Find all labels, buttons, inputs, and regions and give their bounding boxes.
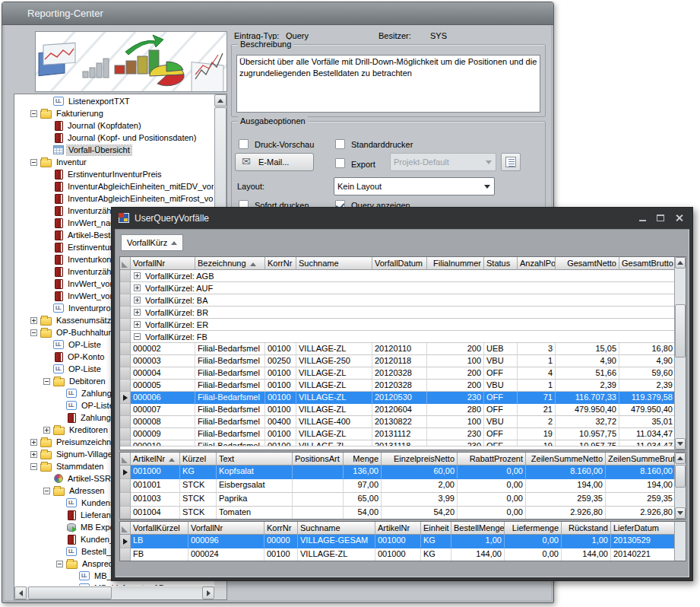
table-row[interactable]: 000002Filial-Bedarfsmel00100VILLAGE-ZL20… xyxy=(120,343,674,355)
grid-cell[interactable]: Filial-Bedarfsmel xyxy=(195,392,265,404)
grid-cell[interactable]: OFF xyxy=(484,367,518,380)
grid-cell[interactable] xyxy=(293,479,344,493)
grid-cell[interactable]: 19 xyxy=(518,440,556,447)
table-row[interactable]: 000007Filial-Bedarfsmel00100VILLAGE-ZL20… xyxy=(120,404,674,416)
grid-cell[interactable]: 00100 xyxy=(265,428,296,440)
layout-select[interactable]: Kein Layout xyxy=(334,177,495,195)
grid-cell[interactable]: 20130529 xyxy=(611,535,674,548)
grid-cell[interactable] xyxy=(293,466,344,479)
grid-cell[interactable]: Filial-Bedarfsmel xyxy=(195,380,265,392)
column-header[interactable]: Kürzel xyxy=(180,453,217,466)
grid-cell[interactable]: 000009 xyxy=(131,428,195,440)
tree-horizontal-scrollbar[interactable] xyxy=(14,586,214,599)
scroll-left-button[interactable] xyxy=(14,586,27,599)
grid-cell[interactable]: VBU xyxy=(484,416,518,428)
tree-item[interactable]: ListenexportTXT xyxy=(15,95,214,107)
grid-cell[interactable]: 200 xyxy=(427,343,484,355)
tree-expand-icon[interactable] xyxy=(30,451,37,458)
table-row[interactable]: 000003Filial-Bedarfsmel00250VILLAGE-2502… xyxy=(120,355,674,367)
grid-cell[interactable]: 479.950,40 xyxy=(556,404,619,416)
column-header[interactable]: ZeilenSummeBrutto xyxy=(606,453,674,466)
grid-cell[interactable]: 1 xyxy=(518,355,556,367)
grid-cell[interactable]: 19 xyxy=(518,428,556,440)
minimize-button[interactable] xyxy=(633,211,651,226)
description-textbox[interactable]: Übersicht über alle Vorfälle mit Drill-D… xyxy=(236,55,540,113)
grid-cell[interactable]: 259,35 xyxy=(526,493,606,507)
grid-cell[interactable]: 1,00 xyxy=(562,535,611,548)
grid-cell[interactable]: 116.707,33 xyxy=(556,392,619,404)
grid-cell[interactable]: 0,00 xyxy=(505,535,562,548)
grid-cell[interactable]: 54,00 xyxy=(344,507,382,519)
grid-cell[interactable]: 4,90 xyxy=(556,355,619,367)
grid-cell[interactable]: Filial-Bedarfsmel xyxy=(195,440,265,447)
grid-cell[interactable]: 230 xyxy=(427,440,484,447)
grid-cell[interactable]: 259,35 xyxy=(606,493,674,507)
grid-cell[interactable]: 000006 xyxy=(131,392,195,404)
tree-collapse-icon[interactable] xyxy=(56,561,63,567)
grid-cell[interactable]: KG xyxy=(180,466,217,479)
column-header[interactable]: Status xyxy=(484,257,518,270)
grid-cell[interactable]: VILLAGE-ZL xyxy=(298,548,375,561)
column-header[interactable]: AnzahlPos xyxy=(518,257,556,270)
column-header[interactable]: ArtikelNr xyxy=(131,453,180,466)
main-window-titlebar[interactable]: Reporting-Center xyxy=(2,2,553,25)
grid-cell[interactable]: 20120530 xyxy=(372,392,427,404)
grid-vertical-scrollbar[interactable] xyxy=(674,453,686,519)
grid-cell[interactable]: 0,00 xyxy=(458,507,526,519)
grid-cell[interactable]: 2.926,80 xyxy=(606,507,674,519)
grid-cell[interactable]: 200 xyxy=(427,367,484,380)
tree-collapse-icon[interactable] xyxy=(30,463,37,470)
tree-collapse-icon[interactable] xyxy=(30,159,37,166)
scroll-right-button[interactable] xyxy=(202,586,214,599)
grid-cell[interactable]: 3,99 xyxy=(382,493,458,507)
export-properties-button[interactable] xyxy=(501,153,521,171)
table-row[interactable]: 001003STCKPaprika65,003,990,00259,35259,… xyxy=(120,493,674,507)
column-header[interactable]: BestellMenge xyxy=(451,522,505,535)
grid-cell[interactable]: 100 xyxy=(427,355,484,367)
grid-cell[interactable]: 000096 xyxy=(188,535,264,548)
grid-cell[interactable]: 00100 xyxy=(265,367,296,380)
grid-cell[interactable]: 00400 xyxy=(265,416,296,428)
column-header[interactable]: Bezeichnung xyxy=(195,257,265,270)
grid-cell[interactable]: 16,80 xyxy=(619,343,674,355)
group-by-column-button[interactable]: VorfallKürz xyxy=(121,234,183,251)
group-expand-icon[interactable] xyxy=(134,321,141,328)
column-header[interactable]: KorrNr xyxy=(264,522,298,535)
grid-cell[interactable]: STCK xyxy=(180,493,217,507)
grid-cell[interactable]: 8.160,00 xyxy=(606,466,674,479)
table-row[interactable]: 000010Filial-Bedarfsmel00100VILLAGE-ZL20… xyxy=(120,440,674,447)
grid-cell[interactable]: Filial-Bedarfsmel xyxy=(195,416,265,428)
grid-cell[interactable]: 1,00 xyxy=(451,535,505,548)
column-header[interactable]: ZeilenSummeNetto xyxy=(526,453,606,466)
grid-cell[interactable]: VILLAGE-ZL xyxy=(296,367,372,380)
grid-cell[interactable]: 10.957,75 xyxy=(556,428,619,440)
grid-cell[interactable]: Filial-Bedarfsmel xyxy=(195,355,265,367)
print-preview-checkbox[interactable] xyxy=(239,139,249,149)
table-row[interactable]: LB00009600000VILLAGE-GESAM001000KG1,000,… xyxy=(120,535,674,548)
grid-cell[interactable]: VILLAGE-ZL xyxy=(296,404,372,416)
tree-item[interactable]: Journal (Kopf- und Positionsdaten) xyxy=(15,132,214,144)
grid-cell[interactable]: 71 xyxy=(518,392,556,404)
grid-cell[interactable]: 20120328 xyxy=(372,380,427,392)
grid-cell[interactable]: VILLAGE-ZL xyxy=(296,428,372,440)
grid-cell[interactable]: VILLAGE-400 xyxy=(296,416,372,428)
grid-cell[interactable]: 00100 xyxy=(265,343,296,355)
grid-cell[interactable]: Kopfsalat xyxy=(217,466,293,479)
tree-collapse-icon[interactable] xyxy=(43,378,50,385)
table-row[interactable]: 001004STCKTomaten54,0054,200,002.926,802… xyxy=(120,507,674,519)
grid-cell[interactable]: 21 xyxy=(518,404,556,416)
grid-cell[interactable]: 97,00 xyxy=(344,479,382,493)
grid-cell[interactable]: 11.034,47 xyxy=(619,440,674,447)
table-row[interactable]: 001001STCKEisbergsalat97,002,000,00194,0… xyxy=(120,479,674,493)
grid-cell[interactable]: VILLAGE-ZL xyxy=(296,392,372,404)
grid-cell[interactable]: STCK xyxy=(180,507,217,519)
column-header[interactable]: GesamtBrutto xyxy=(619,257,674,270)
grid-cell[interactable]: 001001 xyxy=(131,479,180,493)
column-header[interactable]: Suchname xyxy=(298,522,375,535)
grid-cell[interactable]: 0,00 xyxy=(505,548,562,561)
grid-cell[interactable]: 65,00 xyxy=(344,493,382,507)
column-header[interactable]: EinzelpreisNetto xyxy=(382,453,458,466)
group-expand-icon[interactable] xyxy=(134,284,141,291)
grid-cell[interactable]: 000003 xyxy=(131,355,195,367)
tree-item[interactable]: Vorfall-Übersicht xyxy=(15,144,214,156)
